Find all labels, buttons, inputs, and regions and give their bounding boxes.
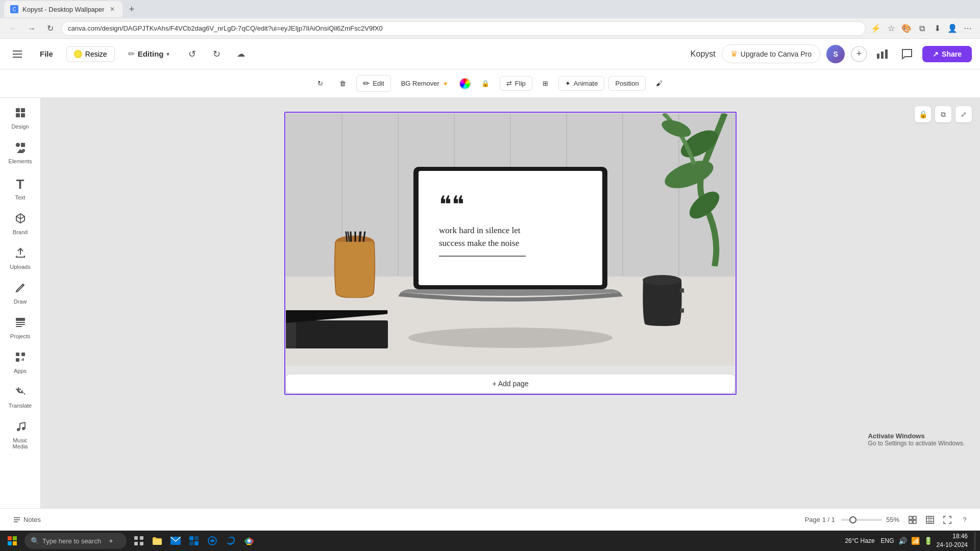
sparkle-icon: ✦ [443, 80, 449, 88]
tab-close-button[interactable]: ✕ [108, 5, 116, 13]
sidebar-item-draw[interactable]: Draw [2, 277, 39, 310]
lock-tool-button[interactable]: 🔒 [475, 77, 496, 90]
back-button[interactable]: ← [6, 21, 20, 36]
sidebar-item-music[interactable]: Music Media [2, 416, 39, 455]
zoom-slider-input[interactable] [841, 519, 882, 521]
mail-taskbar-button[interactable] [167, 533, 184, 549]
color-wheel-button[interactable] [459, 78, 471, 90]
system-clock[interactable]: 18:46 24-10-2024 [937, 532, 968, 549]
svg-rect-72 [134, 536, 138, 540]
brand-icon [15, 213, 26, 227]
expand-canvas-button[interactable]: ⤢ [955, 106, 972, 122]
brand-label: Brand [13, 229, 28, 235]
edge-taskbar-button[interactable] [223, 533, 239, 549]
svg-point-55 [408, 328, 612, 348]
flip-button[interactable]: ⇄ Flip [500, 76, 532, 91]
file-menu-button[interactable]: File [33, 46, 60, 61]
svg-point-26 [685, 187, 724, 224]
sidebar-item-text[interactable]: T Text [2, 171, 39, 206]
help-button[interactable]: ? [958, 513, 972, 527]
svg-rect-18 [16, 353, 19, 356]
refresh-button[interactable]: ↻ [43, 21, 57, 36]
undo-button[interactable]: ↺ [183, 45, 201, 63]
comments-button[interactable] [898, 45, 916, 63]
resize-button[interactable]: Resize [66, 46, 115, 62]
download-button[interactable]: ⬇ [931, 22, 943, 35]
delete-icon: 🗑 [339, 80, 346, 87]
bg-remover-button[interactable]: BG Remover ✦ [395, 77, 455, 91]
new-tab-button[interactable]: + [125, 2, 139, 16]
canvas-image[interactable]: ❝❝ work hard in silence let success make… [286, 113, 735, 366]
add-page-button[interactable]: + Add page [286, 374, 735, 393]
bookmark-star-button[interactable]: ☆ [885, 22, 897, 35]
zoom-control: 55% [841, 516, 899, 523]
translate-label: Translate [9, 403, 32, 409]
profile-button[interactable]: 👤 [946, 22, 959, 35]
volume-icon[interactable]: 🔊 [898, 537, 907, 545]
design-label: Design [11, 123, 29, 130]
active-tab[interactable]: C Kopyst - Desktop Wallpaper - ✕ [4, 1, 122, 17]
battery-icon[interactable]: 🔋 [924, 537, 933, 545]
apps-icon [15, 352, 26, 366]
fit-view-button[interactable] [905, 513, 920, 527]
settings-button[interactable]: ⋯ [962, 22, 974, 35]
add-collaborator-button[interactable]: + [851, 46, 867, 62]
show-desktop-button[interactable] [974, 532, 976, 550]
animate-button[interactable]: ✦ Animate [558, 76, 605, 91]
editing-mode-button[interactable]: ✏ Editing ▾ [121, 46, 177, 62]
extensions-button[interactable]: ⧉ [916, 22, 928, 35]
share-button[interactable]: ↗ Share [922, 46, 972, 62]
grid-view-button[interactable] [923, 513, 937, 527]
task-view-button[interactable] [131, 533, 147, 549]
wall-background-icon [286, 113, 735, 366]
canva-extension-button[interactable]: 🎨 [900, 22, 913, 35]
duplicate-canvas-button[interactable]: ⧉ [935, 106, 951, 122]
lock-canvas-button[interactable]: 🔒 [915, 106, 931, 122]
taskbar-search-bar[interactable]: 🔍 Type here to search ✦ [24, 533, 127, 549]
forward-button[interactable]: → [24, 21, 39, 36]
position-button[interactable]: Position [608, 76, 645, 91]
svg-rect-46 [286, 113, 735, 366]
paint-tool-button[interactable]: 🖌 [650, 77, 669, 90]
start-button[interactable] [4, 533, 20, 549]
sidebar-item-design[interactable]: Design [2, 102, 39, 135]
uploads-icon [15, 247, 26, 262]
sidebar-item-apps[interactable]: Apps [2, 346, 39, 379]
address-bar[interactable]: canva.com/design/DAGPJTKvAhs/F4VCb2dag6V… [61, 21, 866, 36]
copilot-button[interactable] [204, 533, 220, 549]
edit-tool-button[interactable]: ✏ Edit [356, 75, 390, 92]
sidebar-item-uploads[interactable]: Uploads [2, 242, 39, 275]
network-icon[interactable]: 📶 [911, 537, 920, 545]
sidebar-item-translate[interactable]: Translate [2, 381, 39, 414]
svg-rect-1 [13, 54, 22, 55]
folder-icon [152, 536, 162, 545]
windows-taskbar: 🔍 Type here to search ✦ [0, 531, 980, 551]
pattern-button[interactable]: ⊞ [536, 77, 554, 90]
redo-button[interactable]: ↻ [207, 45, 226, 63]
fullscreen-button[interactable] [940, 513, 954, 527]
fullscreen-icon [943, 516, 951, 524]
search-placeholder: Type here to search [42, 537, 101, 545]
upgrade-button[interactable]: ♛ Upgrade to Canva Pro [722, 44, 820, 63]
hamburger-menu-button[interactable] [8, 45, 27, 63]
browser-action-buttons: ⚡ ☆ 🎨 ⧉ ⬇ 👤 ⋯ [870, 22, 974, 35]
file-explorer-taskbar-button[interactable] [149, 533, 165, 549]
resize-dot-icon [74, 50, 82, 58]
edit-icon: ✏ [363, 79, 370, 88]
taskbar-icon-4[interactable] [186, 533, 202, 549]
chrome-taskbar-button[interactable] [241, 533, 257, 549]
svg-rect-7 [21, 108, 25, 112]
svg-rect-15 [16, 322, 25, 323]
zoom-button[interactable]: ⚡ [870, 22, 882, 35]
refresh-tool-button[interactable]: ↻ [311, 77, 329, 90]
sidebar-item-elements[interactable]: Elements [2, 137, 39, 169]
analytics-button[interactable] [873, 45, 892, 63]
elements-icon [15, 142, 26, 156]
notes-button[interactable]: Notes [8, 514, 46, 525]
svg-rect-58 [14, 521, 18, 522]
user-avatar[interactable]: S [826, 45, 845, 63]
sidebar-item-brand[interactable]: Brand [2, 208, 39, 240]
cloud-save-button[interactable]: ☁ [232, 45, 250, 63]
sidebar-item-projects[interactable]: Projects [2, 312, 39, 344]
delete-tool-button[interactable]: 🗑 [333, 77, 352, 90]
